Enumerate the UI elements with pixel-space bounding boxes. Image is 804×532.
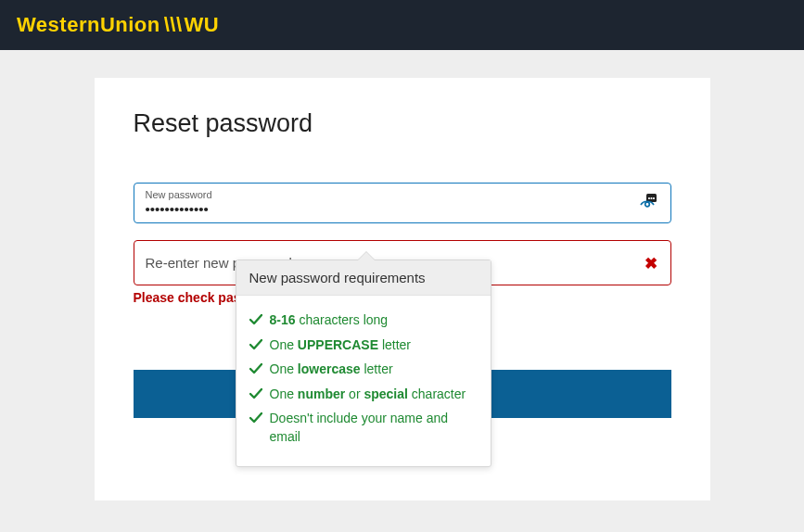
reset-password-card: Reset password New password ••••••••••••…	[95, 78, 710, 500]
requirement-text: Doesn't include your name and email	[270, 410, 478, 446]
show-password-icon[interactable]: •••	[639, 193, 659, 213]
header-bar: WesternUnion \\\ WU	[0, 0, 804, 50]
new-password-input[interactable]: •••••••••••••	[146, 200, 632, 217]
requirement-row: One UPPERCASE letter	[249, 336, 478, 355]
password-requirements-tooltip: New password requirements 8-16 character…	[236, 260, 491, 467]
requirement-row: One lowercase letter	[249, 361, 478, 379]
check-icon	[249, 412, 262, 426]
requirement-row: 8-16 characters long	[249, 311, 478, 330]
check-icon	[249, 313, 262, 328]
check-icon	[249, 362, 262, 377]
brand-slashes: \\\	[164, 13, 183, 37]
new-password-wrap[interactable]: New password ••••••••••••• •••	[134, 183, 671, 223]
requirement-text: One UPPERCASE letter	[270, 336, 412, 355]
requirement-row: Doesn't include your name and email	[249, 410, 478, 446]
new-password-group: New password ••••••••••••• •••	[134, 183, 671, 223]
tooltip-header: New password requirements	[236, 260, 491, 296]
svg-point-2	[644, 202, 649, 207]
check-icon	[249, 387, 262, 402]
brand-short: WU	[185, 13, 220, 37]
requirement-row: One number or special character	[249, 386, 478, 404]
check-icon	[249, 338, 262, 353]
brand-logo[interactable]: WesternUnion \\\ WU	[17, 13, 219, 37]
requirement-text: One lowercase letter	[270, 361, 393, 379]
new-password-label: New password	[146, 189, 632, 200]
tooltip-body: 8-16 characters longOne UPPERCASE letter…	[236, 296, 491, 466]
page-title: Reset password	[134, 109, 671, 138]
requirement-text: 8-16 characters long	[270, 311, 389, 330]
brand-name: WesternUnion	[17, 13, 160, 37]
svg-text:•••: •••	[647, 195, 655, 201]
error-icon: ✖	[644, 253, 657, 272]
tooltip-arrow	[357, 251, 376, 260]
requirement-text: One number or special character	[270, 386, 466, 404]
